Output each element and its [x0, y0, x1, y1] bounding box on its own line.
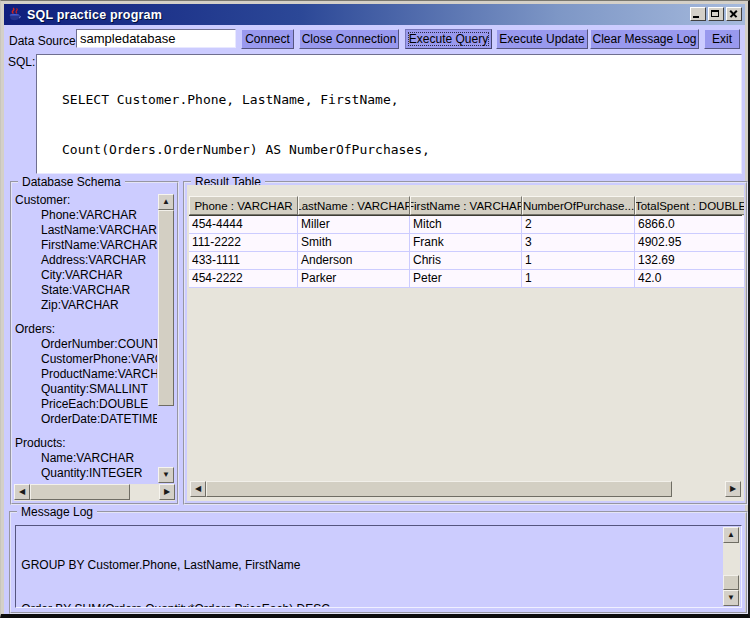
result-table: Phone : VARCHAR LastName : VARCHAR First… [189, 196, 742, 288]
scrollbar-thumb[interactable] [30, 484, 130, 500]
column-header-numberofpurchases[interactable]: NumberOfPurchase... [522, 196, 635, 215]
schema-table-name: Products: [15, 436, 157, 451]
down-arrow-icon: ▼ [162, 471, 170, 479]
sql-editor[interactable]: SELECT Customer.Phone, LastName, FirstNa… [36, 54, 742, 174]
maximize-icon [711, 10, 719, 17]
schema-list[interactable]: Customer: Phone:VARCHAR LastName:VARCHAR… [15, 193, 157, 483]
database-schema-panel: Database Schema Customer: Phone:VARCHAR … [10, 181, 179, 505]
down-arrow-icon: ▼ [727, 594, 735, 602]
left-arrow-icon: ◀ [195, 485, 201, 493]
table-cell[interactable]: 454-2222 [189, 270, 298, 288]
table-cell[interactable]: 111-2222 [189, 234, 298, 252]
minimize-button[interactable] [690, 7, 706, 21]
up-arrow-icon: ▲ [162, 198, 170, 206]
right-arrow-icon: ▶ [730, 485, 736, 493]
data-source-label: Data Source: [9, 34, 79, 48]
table-row[interactable]: 454-4444 Miller Mitch 2 6866.0 [189, 216, 742, 234]
app-window: SQL practice program Data Source: Connec… [0, 0, 750, 618]
schema-table-name: Orders: [15, 322, 157, 337]
table-cell[interactable]: 1 [522, 270, 635, 288]
schema-field: Address:VARCHAR [15, 253, 157, 268]
column-header-firstname[interactable]: FirstName : VARCHAR [410, 196, 522, 215]
column-header-lastname[interactable]: LastName : VARCHAR [298, 196, 410, 215]
table-row[interactable]: 111-2222 Smith Frank 3 4902.95 [189, 234, 742, 252]
column-header-phone[interactable]: Phone : VARCHAR [189, 196, 298, 215]
window-title: SQL practice program [27, 8, 162, 22]
table-cell[interactable]: 3 [522, 234, 635, 252]
log-line: GROUP BY Customer.Phone, LastName, First… [18, 558, 721, 573]
execute-update-button[interactable]: Execute Update [496, 29, 588, 49]
close-button[interactable] [726, 7, 742, 21]
message-log-text: GROUP BY Customer.Phone, LastName, First… [18, 529, 721, 608]
database-schema-title: Database Schema [18, 175, 125, 189]
table-cell[interactable]: 454-4444 [189, 216, 298, 234]
table-cell[interactable]: 1 [522, 252, 635, 270]
table-cell[interactable]: 4902.95 [635, 234, 744, 252]
schema-field: ProductName:VARCHAR [15, 367, 157, 382]
schema-field: City:VARCHAR [15, 268, 157, 283]
schema-field: Zip:VARCHAR [15, 298, 157, 313]
schema-field: Quantity:INTEGER [15, 466, 157, 481]
table-cell[interactable]: Frank [410, 234, 522, 252]
minimize-icon [693, 16, 699, 18]
message-log-textarea[interactable]: GROUP BY Customer.Phone, LastName, First… [15, 525, 742, 608]
title-bar[interactable]: SQL practice program [4, 4, 745, 25]
data-source-input[interactable] [76, 29, 236, 48]
schema-field: OrderDate:DATETIME [15, 412, 157, 427]
message-log-panel: Message Log GROUP BY Customer.Phone, Las… [9, 511, 748, 614]
table-cell[interactable]: 2 [522, 216, 635, 234]
sql-line: SELECT Customer.Phone, LastName, FirstNa… [62, 92, 739, 109]
schema-field: Name:VARCHAR [15, 451, 157, 466]
schema-field: State:VARCHAR [15, 283, 157, 298]
result-horizontal-scrollbar[interactable]: ◀ ▶ [190, 481, 741, 498]
table-cell[interactable]: Peter [410, 270, 522, 288]
scroll-right-button[interactable]: ▶ [725, 481, 741, 497]
scrollbar-thumb[interactable] [206, 481, 672, 497]
clear-message-log-button[interactable]: Clear Message Log [590, 29, 699, 49]
right-arrow-icon: ▶ [164, 488, 170, 496]
schema-field: LastName:VARCHAR [15, 223, 157, 238]
table-cell[interactable]: 6866.0 [635, 216, 744, 234]
scroll-up-button[interactable]: ▲ [723, 527, 739, 543]
execute-query-button[interactable]: Execute Query [405, 29, 492, 49]
java-cup-icon [7, 7, 23, 23]
left-arrow-icon: ◀ [19, 488, 25, 496]
table-row[interactable]: 433-1111 Anderson Chris 1 132.69 [189, 252, 742, 270]
table-cell[interactable]: 42.0 [635, 270, 744, 288]
scrollbar-thumb[interactable] [158, 210, 174, 406]
table-cell[interactable]: Mitch [410, 216, 522, 234]
log-line: Order BY SUM(Orders.Quantity*Orders.Pric… [18, 602, 721, 609]
scroll-left-button[interactable]: ◀ [14, 484, 30, 500]
schema-field: Quantity:SMALLINT [15, 382, 157, 397]
table-cell[interactable]: Chris [410, 252, 522, 270]
table-cell[interactable]: Smith [298, 234, 410, 252]
scroll-up-button[interactable]: ▲ [158, 194, 174, 210]
table-row[interactable]: 454-2222 Parker Peter 1 42.0 [189, 270, 742, 288]
connect-button[interactable]: Connect [241, 29, 294, 49]
schema-field: PriceEach:DOUBLE [15, 397, 157, 412]
schema-horizontal-scrollbar[interactable]: ◀ ▶ [14, 484, 175, 501]
table-cell[interactable]: 132.69 [635, 252, 744, 270]
close-connection-button[interactable]: Close Connection [299, 29, 399, 49]
scroll-down-button[interactable]: ▼ [158, 467, 174, 483]
table-cell[interactable]: Anderson [298, 252, 410, 270]
maximize-button[interactable] [708, 7, 724, 21]
result-table-viewport: Phone : VARCHAR LastName : VARCHAR First… [187, 185, 744, 501]
log-vertical-scrollbar[interactable]: ▲ ▼ [723, 527, 740, 606]
scroll-right-button[interactable]: ▶ [159, 484, 175, 500]
exit-button[interactable]: Exit [704, 29, 740, 49]
table-cell[interactable]: 433-1111 [189, 252, 298, 270]
table-cell[interactable]: Parker [298, 270, 410, 288]
schema-vertical-scrollbar[interactable]: ▲ ▼ [158, 194, 175, 483]
scroll-left-button[interactable]: ◀ [190, 481, 206, 497]
up-arrow-icon: ▲ [727, 531, 735, 539]
scrollbar-thumb[interactable] [723, 575, 739, 590]
column-header-totalspent[interactable]: TotalSpent : DOUBLE [635, 196, 744, 215]
schema-field: CustomerPhone:VARCHAR [15, 352, 157, 367]
table-cell[interactable]: Miller [298, 216, 410, 234]
schema-field: OrderNumber:COUNTER [15, 337, 157, 352]
schema-table-name: Customer: [15, 193, 157, 208]
scroll-down-button[interactable]: ▼ [723, 590, 739, 606]
result-table-header: Phone : VARCHAR LastName : VARCHAR First… [189, 196, 742, 216]
message-log-title: Message Log [17, 505, 97, 519]
